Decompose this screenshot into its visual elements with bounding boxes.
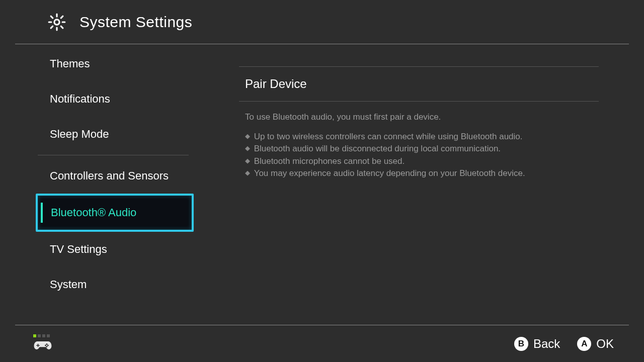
svg-line-7: [51, 26, 53, 28]
sidebar-item-system[interactable]: System: [38, 267, 209, 302]
player-led-row: [33, 334, 50, 337]
pair-device-label: Pair Device: [245, 77, 307, 91]
svg-rect-10: [36, 345, 39, 346]
a-button-icon: A: [577, 337, 591, 351]
content-pane: Pair Device To use Bluetooth audio, you …: [209, 44, 644, 325]
controller-icon: [33, 339, 52, 353]
sidebar-item-label: Themes: [50, 57, 90, 70]
info-bullet: Bluetooth microphones cannot be used.: [245, 155, 599, 168]
svg-point-12: [46, 345, 47, 347]
sidebar-item-bluetooth-audio[interactable]: Bluetooth® Audio: [36, 194, 194, 232]
ok-button[interactable]: A OK: [577, 337, 614, 351]
ok-label: OK: [596, 337, 614, 351]
svg-point-11: [46, 343, 47, 345]
player-led: [47, 334, 50, 337]
b-button-icon: B: [514, 337, 528, 351]
sidebar-item-label: Controllers and Sensors: [50, 169, 169, 183]
page-title: System Settings: [79, 14, 192, 31]
sidebar-item-themes[interactable]: Themes: [38, 46, 209, 81]
sidebar-item-notifications[interactable]: Notifications: [38, 81, 209, 117]
svg-point-14: [47, 344, 49, 346]
sidebar-item-label: Sleep Mode: [50, 128, 109, 141]
info-bullets: Up to two wireless controllers can conne…: [239, 131, 599, 180]
sidebar-item-label: Bluetooth® Audio: [51, 206, 136, 219]
sidebar-item-controllers-sensors[interactable]: Controllers and Sensors: [38, 158, 209, 194]
footer: B Back A OK: [15, 325, 629, 362]
svg-line-8: [61, 16, 63, 18]
info-bullet: Up to two wireless controllers can conne…: [245, 131, 599, 143]
svg-point-0: [54, 19, 59, 24]
svg-line-6: [61, 26, 63, 28]
player-led: [42, 334, 45, 337]
back-label: Back: [533, 337, 560, 351]
info-bullet: You may experience audio latency dependi…: [245, 167, 599, 180]
sidebar-item-sleep-mode[interactable]: Sleep Mode: [38, 117, 209, 152]
sidebar-item-tv-settings[interactable]: TV Settings: [38, 232, 209, 267]
svg-point-13: [45, 344, 46, 346]
gear-icon: [47, 13, 66, 32]
player-led: [33, 334, 36, 337]
sidebar-item-label: System: [50, 278, 87, 291]
pair-device-button[interactable]: Pair Device: [239, 66, 599, 102]
header: System Settings: [15, 0, 629, 44]
info-bullet: Bluetooth audio will be disconnected dur…: [245, 143, 599, 155]
svg-line-5: [51, 16, 53, 18]
sidebar-divider: [38, 155, 189, 155]
sidebar-item-label: TV Settings: [50, 243, 107, 256]
back-button[interactable]: B Back: [514, 337, 560, 351]
sidebar-item-label: Notifications: [50, 93, 110, 106]
description-text: To use Bluetooth audio, you must first p…: [239, 111, 599, 124]
sidebar: Themes Notifications Sleep Mode Controll…: [0, 44, 209, 325]
player-led: [38, 334, 41, 337]
player-indicator: [33, 334, 52, 353]
